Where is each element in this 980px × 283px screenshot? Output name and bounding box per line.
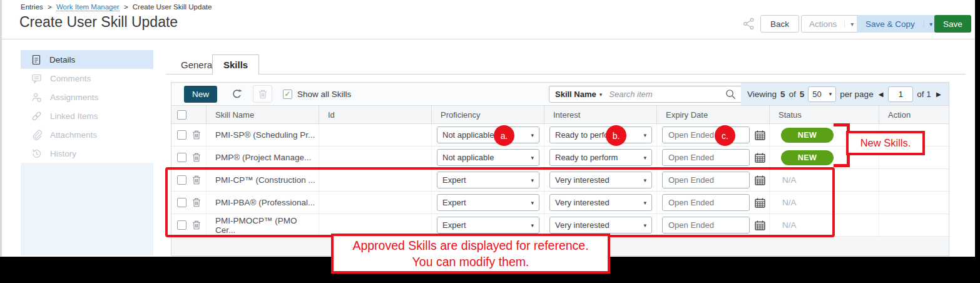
chevron-down-icon: ▾ [643,177,646,183]
sidebar-item-label: Linked Items [50,111,98,121]
page-number-input[interactable]: 1 [888,86,913,102]
annotation-marker-a: a. [494,125,514,146]
expiry-date-input[interactable]: Open Ended [662,194,750,211]
status-badge: NEW [781,128,834,143]
status-badge: NEW [781,150,834,165]
trash-icon[interactable] [192,220,201,230]
action-cell [879,192,949,214]
next-page-icon[interactable]: ▶ [936,91,941,98]
search-input[interactable]: Search item [609,90,725,99]
calendar-icon[interactable] [755,130,765,140]
breadcrumb-root: Entries [21,3,43,11]
id-cell [319,147,432,168]
calendar-icon[interactable] [755,175,765,185]
save-and-copy-button[interactable]: Save & Copy ▾ [857,15,938,33]
trash-icon[interactable] [192,153,201,162]
show-all-skills-checkbox[interactable]: ✓ [283,90,292,99]
row-checkbox[interactable] [177,130,186,140]
proficiency-select[interactable]: Expert▾ [437,194,539,211]
sidebar-filler [21,163,153,255]
interest-select[interactable]: Very interested▾ [549,172,652,188]
proficiency-select[interactable]: Expert▾ [437,172,539,188]
interest-select[interactable]: Ready to perform▾ [549,149,652,166]
page-size-select[interactable]: 50 ▾ [808,86,836,102]
interest-select[interactable]: Very interested▾ [549,217,652,234]
prev-page-icon[interactable]: ◀ [879,91,884,98]
proficiency-select[interactable]: Not applicable▾ [437,126,539,143]
save-and-copy-label[interactable]: Save & Copy [857,19,924,29]
interest-select[interactable]: Very interested▾ [549,194,652,211]
tab-general[interactable]: General [181,55,214,74]
back-button[interactable]: Back [760,15,799,33]
column-header-expiry-date[interactable]: Expiry Date [657,106,770,123]
new-button[interactable]: New [184,86,217,103]
sidebar-item-attachments[interactable]: Attachments [21,125,153,144]
sidebar-item-label: History [50,149,76,158]
sidebar-item-assignments[interactable]: Assignments [21,88,153,106]
search-box[interactable]: Skill Name ▾ Search item [549,86,742,103]
status-text: N/A [782,175,797,185]
expiry-date-input[interactable]: Open Ended [662,126,750,143]
column-header-skill-name[interactable]: Skill Name [207,106,319,123]
column-header-status[interactable]: Status [770,106,879,123]
skill-name-cell: PMI-SP® (Scheduling Pr... [207,124,319,146]
trash-icon[interactable] [192,175,201,185]
sidebar-item-label: Details [49,55,75,64]
row-checkbox[interactable] [177,153,186,162]
chevron-down-icon: ▾ [531,200,534,206]
trash-icon[interactable] [192,130,201,140]
app-window: Entries > Work Item Manager > Create Use… [0,0,975,257]
chevron-down-icon: ▾ [643,222,646,229]
trash-icon[interactable] [192,198,201,207]
skill-name-cell: PMI-PMOCP™ (PMO Cer... [207,214,319,236]
share-icon[interactable] [740,15,758,33]
paperclip-icon [31,130,42,140]
expiry-date-input[interactable]: Open Ended [662,149,750,166]
search-field-selector[interactable]: Skill Name [555,90,596,99]
actions-button-label[interactable]: Actions [802,19,844,29]
table-row: PMP® (Project Manage... Not applicable▾ … [171,147,949,169]
sidebar-item-linked-items[interactable]: Linked Items [21,106,153,125]
annotation-marker-b: b. [606,125,626,146]
delete-button-disabled[interactable] [253,85,272,103]
row-checkbox[interactable] [177,198,186,207]
skills-grid: New ✓ Show all Skills S [171,82,949,256]
viewing-total: 5 [800,90,805,99]
column-header-interest[interactable]: Interest [544,106,657,123]
calendar-icon[interactable] [755,198,765,208]
interest-select[interactable]: Ready to perform▾ [549,126,652,143]
calendar-icon[interactable] [755,153,765,163]
refresh-icon[interactable] [231,88,243,100]
select-all-checkbox[interactable] [177,110,186,120]
id-cell [319,169,432,191]
expiry-date-input[interactable]: Open Ended [662,217,750,234]
proficiency-select[interactable]: Expert▾ [437,217,539,234]
column-header-proficiency[interactable]: Proficiency [432,106,544,123]
proficiency-select[interactable]: Not applicable▾ [437,149,539,166]
sidebar-item-comments[interactable]: Comments [21,69,153,88]
breadcrumb-link-work-item-manager[interactable]: Work Item Manager [56,3,120,11]
save-button[interactable]: Save [934,15,971,33]
comment-icon [31,73,42,84]
tab-skills[interactable]: Skills [212,54,259,75]
sidebar-item-label: Attachments [50,130,97,140]
show-all-skills-toggle[interactable]: ✓ Show all Skills [283,90,351,99]
chevron-down-icon: ▾ [531,222,534,229]
column-header-id[interactable]: Id [319,106,432,123]
actions-button[interactable]: Actions ▾ [801,15,860,33]
grid-toolbar: New ✓ Show all Skills S [171,83,949,106]
table-row: PMI-PBA® (Professional... Expert▾ Very i… [171,192,949,214]
calendar-icon[interactable] [755,220,765,230]
row-checkbox[interactable] [177,175,186,185]
row-checkbox[interactable] [177,220,186,230]
sidebar-item-label: Assignments [50,93,98,102]
expiry-date-input[interactable]: Open Ended [662,172,750,188]
annotation-marker-c: c. [715,125,735,146]
table-row: PMI-SP® (Scheduling Pr... Not applicable… [171,124,949,147]
magnifier-icon[interactable] [725,89,736,100]
sidebar-item-label: Comments [50,74,91,83]
sidebar-item-history[interactable]: History [21,144,153,163]
search-field-arrow-icon[interactable]: ▾ [600,91,603,98]
column-header-action[interactable]: Action [879,106,949,123]
sidebar-item-details[interactable]: Details [21,50,153,69]
